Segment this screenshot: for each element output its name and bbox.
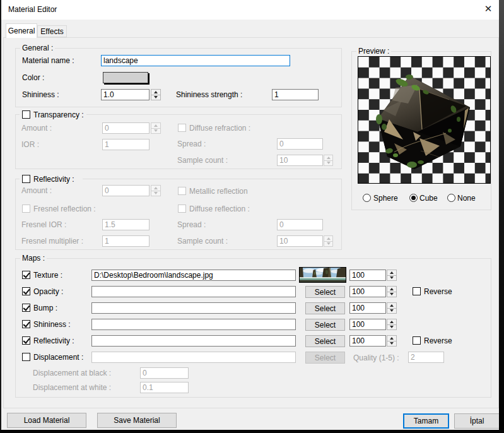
transparency-sample-count-spinner [324,155,333,166]
fresnel-multiplier-input[interactable]: 1 [102,235,149,247]
material-editor-dialog: Material Editor ✕ General Effects Genera… [0,0,499,430]
reflectivity-map-path-input[interactable] [91,335,296,347]
group-preview-legend: Preview : [356,47,391,56]
quality-label: Quality (1-5) : [353,353,399,362]
transparency-amount-input[interactable]: 0 [102,122,149,134]
texture-label: Texture : [33,271,62,280]
transparency-checkbox[interactable] [22,110,30,119]
shininess-map-path-input[interactable] [91,319,296,330]
shininess-strength-input[interactable]: 1 [272,89,319,100]
cancel-button[interactable]: İptal [454,413,500,429]
opacity-reverse-label: Reverse [424,287,452,296]
material-name-label: Material name : [22,56,74,65]
load-material-button[interactable]: Load Material [7,413,86,428]
bump-checkbox[interactable] [22,304,30,312]
opacity-reverse-checkbox[interactable] [413,287,421,295]
group-general-legend: General : [20,44,55,52]
texture-amount-spinner[interactable] [387,270,397,281]
radio-cube-label: Cube [419,194,438,203]
texture-path-input[interactable]: D:\Desktop\Bedroom\landscape.jpg [91,270,296,281]
reflectivity-amount-label: Amount : [21,186,52,195]
texture-thumbnail[interactable] [299,267,346,283]
reflectivity-spread-input[interactable]: 0 [277,219,323,230]
texture-amount-input[interactable]: 100 [349,270,386,281]
opacity-amount-spinner[interactable] [387,286,397,297]
transparency-spread-label: Spread : [177,139,206,148]
quality-input[interactable]: 2 [408,352,444,363]
transparency-amount-label: Amount : [21,124,52,133]
opacity-path-input[interactable] [91,286,296,297]
displacement-select-button[interactable]: Select [305,352,345,364]
transparency-sample-count-input[interactable]: 10 [277,155,323,166]
preview-cube-render [358,56,491,184]
ior-input[interactable]: 1 [102,139,149,150]
reflectivity-amount-spinner [151,185,161,196]
radio-cube[interactable] [409,194,418,202]
shininess-label: Shininess : [22,90,59,99]
ok-button[interactable]: Tamam [403,413,449,429]
shininess-spinner[interactable] [151,89,161,100]
reflectivity-map-checkbox[interactable] [22,336,30,345]
fresnel-reflection-label: Fresnel reflection : [33,205,96,213]
reflectivity-map-label: Reflectivity : [33,336,74,345]
spin-down-icon[interactable] [151,95,161,101]
displacement-checkbox[interactable] [22,353,30,361]
reflectivity-label: Reflectivity : [33,175,74,184]
save-material-button[interactable]: Save Material [97,413,177,428]
metallic-reflection-checkbox[interactable] [178,187,186,195]
tab-general[interactable]: General [6,23,37,38]
reflectivity-map-amount-input[interactable]: 100 [349,335,386,347]
diffuse-refraction-checkbox[interactable] [178,124,186,132]
transparency-label: Transparency : [33,110,84,119]
group-maps-legend: Maps : [20,254,47,263]
texture-checkbox[interactable] [22,271,30,279]
reflectivity-sample-count-spinner [324,235,333,247]
shininess-input[interactable]: 1.0 [101,89,149,100]
metallic-reflection-label: Metallic reflection [189,187,248,196]
shininess-map-select-button[interactable]: Select [305,319,345,331]
diffuse-reflection-checkbox[interactable] [178,205,186,213]
color-label: Color : [22,73,44,82]
diffuse-refraction-label: Diffuse refraction : [189,124,250,133]
opacity-select-button[interactable]: Select [305,286,345,298]
reflectivity-reverse-checkbox[interactable] [413,336,421,345]
bump-label: Bump : [33,304,57,312]
bump-amount-input[interactable]: 100 [349,302,386,314]
fresnel-reflection-checkbox[interactable] [22,205,30,213]
diffuse-reflection-label: Diffuse reflection : [189,205,250,213]
displacement-black-input[interactable]: 0 [140,367,189,379]
bump-path-input[interactable] [91,302,296,314]
displacement-black-label: Displacement at black : [33,369,111,377]
shininess-map-amount-spinner[interactable] [387,319,397,330]
material-name-input[interactable]: landscape [101,55,290,66]
displacement-white-input[interactable]: 0.1 [140,382,189,393]
opacity-checkbox[interactable] [22,287,30,295]
opacity-amount-input[interactable]: 100 [349,286,386,297]
transparency-spread-input[interactable]: 0 [277,138,323,150]
bump-amount-spinner[interactable] [387,302,397,314]
reflectivity-sample-count-input[interactable]: 10 [277,235,323,247]
shininess-map-checkbox[interactable] [22,320,30,328]
shininess-map-amount-input[interactable]: 100 [349,319,386,330]
reflectivity-spread-label: Spread : [177,220,206,229]
tab-effects[interactable]: Effects [37,25,67,37]
reflectivity-map-select-button[interactable]: Select [305,335,345,347]
reflectivity-amount-input[interactable]: 0 [102,185,149,196]
close-button[interactable]: ✕ [479,0,498,18]
fresnel-multiplier-label: Fresnel multiplier : [21,237,83,246]
reflectivity-map-amount-spinner[interactable] [387,335,397,347]
shininess-map-label: Shininess : [33,320,71,329]
radio-sphere[interactable] [363,194,371,202]
fresnel-ior-input[interactable]: 1.5 [102,219,149,230]
displacement-path-input[interactable] [91,352,296,363]
radio-none[interactable] [447,194,455,202]
window-title: Material Editor [8,5,57,14]
displacement-white-label: Displacement at white : [33,383,111,392]
reflectivity-reverse-label: Reverse [424,336,452,345]
displacement-label: Displacement : [33,353,83,362]
ior-label: IOR : [21,140,39,149]
bump-select-button[interactable]: Select [305,302,345,314]
reflectivity-checkbox[interactable] [22,175,30,183]
title-bar: Material Editor ✕ [1,0,499,20]
color-swatch-button[interactable] [103,72,148,83]
